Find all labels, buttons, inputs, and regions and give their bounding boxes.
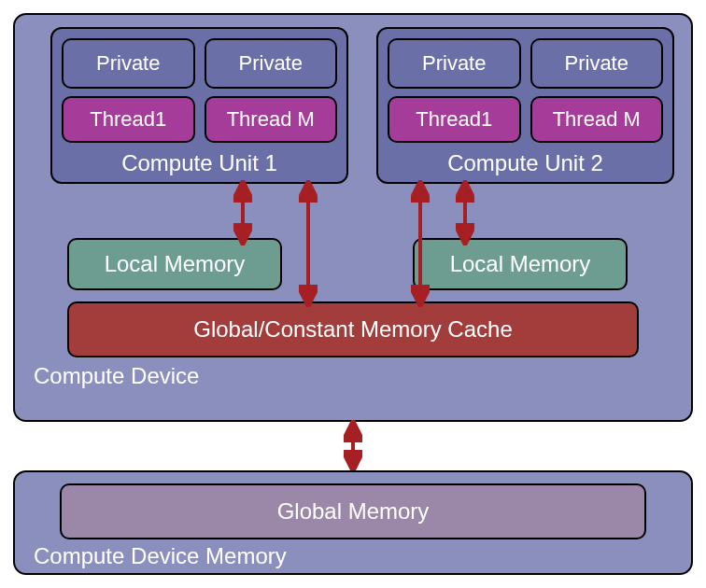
memory-cache-box: Global/Constant Memory Cache — [67, 301, 639, 357]
compute-device-memory-box: Global Memory Compute Device Memory — [13, 470, 693, 575]
compute-device-memory-label: Compute Device Memory — [34, 543, 674, 569]
compute-unit-2: Private Private Thread1 Thread M Compute… — [376, 27, 674, 184]
compute-unit-label: Compute Unit 1 — [62, 150, 337, 176]
connector-area — [13, 422, 693, 470]
compute-device-label: Compute Device — [34, 363, 674, 389]
compute-unit-label: Compute Unit 2 — [388, 150, 663, 176]
thread-row: Thread1 Thread M — [62, 96, 337, 143]
arrow-icon — [233, 180, 252, 245]
thread-row: Thread1 Thread M — [388, 96, 663, 143]
local-memory-row: Local Memory Local Memory — [67, 238, 674, 290]
compute-device-box: Private Private Thread1 Thread M Compute… — [13, 13, 693, 422]
arrow-icon — [456, 180, 474, 245]
compute-unit-1: Private Private Thread1 Thread M Compute… — [50, 27, 348, 184]
arrows-area — [32, 184, 674, 238]
thread-box: Thread M — [530, 96, 664, 143]
private-row: Private Private — [62, 38, 337, 89]
thread-box: Thread1 — [388, 96, 521, 143]
thread-box: Thread1 — [62, 96, 195, 143]
private-box: Private — [530, 38, 664, 89]
arrow-icon — [344, 420, 362, 472]
private-row: Private Private — [388, 38, 663, 89]
local-memory-box: Local Memory — [67, 238, 282, 290]
global-memory-box: Global Memory — [60, 483, 646, 539]
local-memory-box: Local Memory — [413, 238, 628, 290]
thread-box: Thread M — [205, 96, 338, 143]
arrow-icon — [299, 180, 318, 307]
compute-units-row: Private Private Thread1 Thread M Compute… — [50, 27, 674, 184]
private-box: Private — [205, 38, 338, 89]
arrow-icon — [411, 180, 430, 307]
private-box: Private — [388, 38, 521, 89]
private-box: Private — [62, 38, 195, 89]
